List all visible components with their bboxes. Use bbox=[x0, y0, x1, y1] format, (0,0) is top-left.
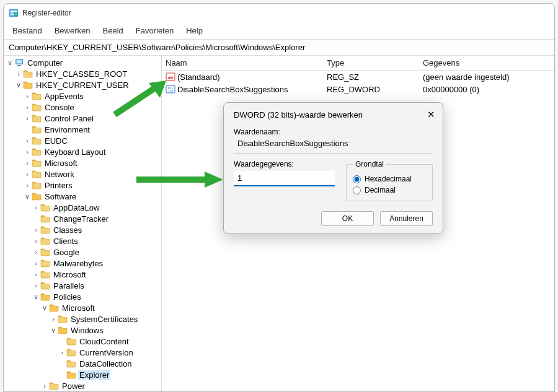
tree-item-hkey-current-user[interactable]: ∨HKEY_CURRENT_USER bbox=[4, 79, 161, 90]
address-bar[interactable]: Computer\HKEY_CURRENT_USER\Software\Poli… bbox=[4, 39, 554, 56]
tree-item-hkey-classes-root[interactable]: ›HKEY_CLASSES_ROOT bbox=[4, 68, 161, 79]
svg-rect-6 bbox=[17, 60, 22, 64]
svg-text:110: 110 bbox=[168, 89, 174, 93]
tree-item-classes[interactable]: ›Classes bbox=[4, 224, 161, 235]
value-name: DisableSearchBoxSuggestions bbox=[234, 136, 433, 150]
tree-item-google[interactable]: ›Google bbox=[4, 246, 161, 258]
tree-item-printers[interactable]: ›Printers bbox=[4, 180, 161, 191]
tree-item-changetracker[interactable]: ChangeTracker bbox=[4, 213, 161, 224]
tree-item-appevents[interactable]: ›AppEvents bbox=[4, 90, 161, 102]
window-title: Register-editor bbox=[22, 9, 71, 17]
svg-rect-3 bbox=[11, 14, 14, 15]
svg-rect-7 bbox=[17, 65, 21, 66]
radio-dec[interactable]: Decimaal bbox=[353, 186, 426, 194]
radio-hex-input[interactable] bbox=[353, 175, 361, 183]
tree-item-computer[interactable]: ∨Computer bbox=[4, 57, 161, 68]
tree-item-keyboard-layout[interactable]: ›Keyboard Layout bbox=[4, 146, 161, 157]
tree-item-windows[interactable]: ∨Windows bbox=[4, 324, 161, 336]
menu-bestand[interactable]: Bestand bbox=[6, 24, 48, 38]
tree-item-environment[interactable]: Environment bbox=[4, 124, 161, 135]
tree-item-microsoft[interactable]: ∨Microsoft bbox=[4, 302, 161, 313]
tree-item-control-panel[interactable]: ›Control Panel bbox=[4, 113, 161, 124]
tree-item-appdatalow[interactable]: ›AppDataLow bbox=[4, 202, 161, 213]
tree-item-power[interactable]: ›Power bbox=[4, 380, 161, 391]
tree-item-microsoft[interactable]: ›Microsoft bbox=[4, 157, 161, 168]
tree-item-software[interactable]: ∨Software bbox=[4, 191, 161, 202]
tree-item-policies[interactable]: ∨Policies bbox=[4, 291, 161, 302]
tree-item-datacollection[interactable]: DataCollection bbox=[4, 358, 161, 369]
svg-rect-4 bbox=[15, 12, 17, 15]
tree-item-systemcertificates[interactable]: ›SystemCertificates bbox=[4, 313, 161, 324]
radio-hex[interactable]: Hexadecimaal bbox=[353, 175, 426, 183]
menu-beeld[interactable]: Beeld bbox=[97, 24, 130, 38]
col-header-data[interactable]: Gegevens bbox=[419, 56, 554, 70]
list-header: Naam Type Gegevens bbox=[162, 56, 554, 71]
col-header-type[interactable]: Type bbox=[323, 56, 419, 70]
tree-item-explorer[interactable]: Explorer bbox=[4, 369, 161, 380]
menu-bewerken[interactable]: Bewerken bbox=[48, 24, 97, 38]
list-row[interactable]: 011110DisableSearchBoxSuggestionsREG_DWO… bbox=[162, 83, 554, 95]
svg-rect-1 bbox=[11, 11, 17, 12]
tree-item-malwarebytes[interactable]: ›Malwarebytes bbox=[4, 258, 161, 269]
menu-favorieten[interactable]: Favorieten bbox=[130, 24, 180, 38]
tree-item-parallels[interactable]: ›Parallels bbox=[4, 280, 161, 291]
menu-help[interactable]: Help bbox=[180, 24, 209, 38]
dialog-title: DWORD (32 bits)-waarde bewerken bbox=[234, 110, 363, 120]
menubar: Bestand Bewerken Beeld Favorieten Help bbox=[4, 22, 554, 39]
radio-dec-input[interactable] bbox=[353, 186, 361, 194]
tree-item-console[interactable]: ›Console bbox=[4, 102, 161, 113]
value-name-label: Waardenaam: bbox=[234, 128, 433, 136]
tree-item-cloudcontent[interactable]: CloudContent bbox=[4, 336, 161, 347]
tree-view[interactable]: ∨Computer›HKEY_CLASSES_ROOT∨HKEY_CURRENT… bbox=[4, 56, 162, 391]
titlebar: Register-editor bbox=[4, 4, 554, 22]
svg-text:ab: ab bbox=[167, 75, 173, 81]
value-data-input[interactable] bbox=[234, 171, 335, 186]
tree-item-eudc[interactable]: ›EUDC bbox=[4, 135, 161, 146]
tree-item-currentversion[interactable]: ›CurrentVersion bbox=[4, 347, 161, 358]
col-header-name[interactable]: Naam bbox=[162, 56, 323, 70]
list-row[interactable]: ab(Standaard)REG_SZ(geen waarde ingestel… bbox=[162, 71, 554, 83]
separator bbox=[234, 153, 433, 154]
close-icon[interactable]: ✕ bbox=[427, 109, 435, 120]
tree-item-clients[interactable]: ›Clients bbox=[4, 235, 161, 246]
regedit-icon bbox=[9, 8, 19, 18]
base-fieldset: Grondtal Hexadecimaal Decimaal bbox=[346, 160, 433, 201]
cancel-button[interactable]: Annuleren bbox=[380, 211, 433, 226]
ok-button[interactable]: OK bbox=[321, 211, 374, 226]
svg-rect-2 bbox=[11, 12, 14, 14]
base-label: Grondtal bbox=[353, 160, 386, 168]
value-data-label: Waardegegevens: bbox=[234, 160, 335, 168]
tree-item-microsoft[interactable]: ›Microsoft bbox=[4, 269, 161, 280]
tree-item-network[interactable]: ›Network bbox=[4, 168, 161, 180]
edit-dword-dialog: DWORD (32 bits)-waarde bewerken ✕ Waarde… bbox=[223, 102, 443, 234]
